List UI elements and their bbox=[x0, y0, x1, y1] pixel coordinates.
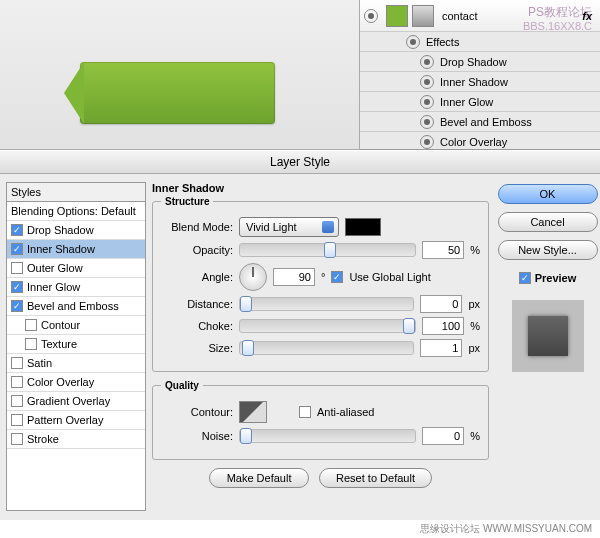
unit: ° bbox=[321, 271, 325, 283]
style-checkbox[interactable] bbox=[25, 338, 37, 350]
style-item[interactable]: Bevel and Emboss bbox=[7, 297, 145, 316]
global-light-checkbox[interactable] bbox=[331, 271, 343, 283]
size-input[interactable]: 1 bbox=[420, 339, 462, 357]
style-checkbox[interactable] bbox=[25, 319, 37, 331]
unit: px bbox=[468, 298, 480, 310]
structure-group: Structure Blend Mode: Vivid Light Opacit… bbox=[152, 196, 489, 372]
style-item[interactable]: Drop Shadow bbox=[7, 221, 145, 240]
style-checkbox[interactable] bbox=[11, 433, 23, 445]
visibility-eye-icon[interactable] bbox=[420, 75, 434, 89]
effect-name: Color Overlay bbox=[440, 136, 507, 148]
effects-header[interactable]: Effects bbox=[360, 32, 600, 52]
style-item[interactable]: Inner Shadow bbox=[7, 240, 145, 259]
visibility-eye-icon[interactable] bbox=[420, 55, 434, 69]
style-checkbox[interactable] bbox=[11, 414, 23, 426]
effect-row[interactable]: Inner Shadow bbox=[360, 72, 600, 92]
style-label: Drop Shadow bbox=[27, 224, 94, 236]
style-checkbox[interactable] bbox=[11, 262, 23, 274]
cancel-button[interactable]: Cancel bbox=[498, 212, 598, 232]
effect-row[interactable]: Inner Glow bbox=[360, 92, 600, 112]
distance-input[interactable]: 0 bbox=[420, 295, 462, 313]
style-checkbox[interactable] bbox=[11, 224, 23, 236]
watermark-text: PS教程论坛 bbox=[528, 4, 592, 21]
size-slider[interactable] bbox=[239, 341, 414, 355]
style-item[interactable]: Contour bbox=[7, 316, 145, 335]
make-default-button[interactable]: Make Default bbox=[209, 468, 309, 488]
style-checkbox[interactable] bbox=[11, 376, 23, 388]
preview-checkbox[interactable] bbox=[519, 272, 531, 284]
style-label: Inner Shadow bbox=[27, 243, 95, 255]
noise-slider[interactable] bbox=[239, 429, 416, 443]
footer-watermark: 思缘设计论坛 WWW.MISSYUAN.COM bbox=[0, 520, 600, 538]
watermark-text: BBS.16XX8.C bbox=[523, 20, 592, 32]
effect-name: Drop Shadow bbox=[440, 56, 507, 68]
style-item[interactable]: Texture bbox=[7, 335, 145, 354]
noise-label: Noise: bbox=[161, 430, 233, 442]
style-item[interactable]: Satin bbox=[7, 354, 145, 373]
style-checkbox[interactable] bbox=[11, 243, 23, 255]
effect-name: Bevel and Emboss bbox=[440, 116, 532, 128]
opacity-slider[interactable] bbox=[239, 243, 416, 257]
angle-dial[interactable] bbox=[239, 263, 267, 291]
opacity-input[interactable]: 50 bbox=[422, 241, 464, 259]
style-label: Stroke bbox=[27, 433, 59, 445]
choke-slider[interactable] bbox=[239, 319, 416, 333]
blend-mode-label: Blend Mode: bbox=[161, 221, 233, 233]
layer-thumbnail bbox=[386, 5, 408, 27]
global-light-label: Use Global Light bbox=[349, 271, 430, 283]
preview-label: Preview bbox=[535, 272, 577, 284]
layers-panel: contact fx Effects Drop ShadowInner Shad… bbox=[360, 0, 600, 150]
style-label: Outer Glow bbox=[27, 262, 83, 274]
effect-row[interactable]: Drop Shadow bbox=[360, 52, 600, 72]
settings-panel: Inner Shadow Structure Blend Mode: Vivid… bbox=[146, 174, 495, 519]
visibility-eye-icon[interactable] bbox=[406, 35, 420, 49]
size-label: Size: bbox=[161, 342, 233, 354]
quality-group: Quality Contour: Anti-aliased Noise: 0 % bbox=[152, 380, 489, 460]
distance-slider[interactable] bbox=[239, 297, 414, 311]
style-checkbox[interactable] bbox=[11, 281, 23, 293]
effect-name: Inner Shadow bbox=[440, 76, 508, 88]
blending-options-item[interactable]: Blending Options: Default bbox=[7, 202, 145, 221]
effect-row[interactable]: Color Overlay bbox=[360, 132, 600, 152]
styles-list: Styles Blending Options: Default Drop Sh… bbox=[6, 182, 146, 511]
angle-label: Angle: bbox=[161, 271, 233, 283]
style-item[interactable]: Stroke bbox=[7, 430, 145, 449]
reset-default-button[interactable]: Reset to Default bbox=[319, 468, 432, 488]
choke-input[interactable]: 100 bbox=[422, 317, 464, 335]
effects-label: Effects bbox=[426, 36, 459, 48]
canvas-area bbox=[0, 0, 360, 150]
style-label: Inner Glow bbox=[27, 281, 80, 293]
dialog-title: Layer Style bbox=[0, 151, 600, 174]
preview-swatch bbox=[512, 300, 584, 372]
style-checkbox[interactable] bbox=[11, 357, 23, 369]
green-arrow-shape bbox=[80, 62, 275, 124]
angle-input[interactable]: 90 bbox=[273, 268, 315, 286]
style-item[interactable]: Pattern Overlay bbox=[7, 411, 145, 430]
visibility-eye-icon[interactable] bbox=[420, 115, 434, 129]
visibility-eye-icon[interactable] bbox=[420, 135, 434, 149]
blend-mode-select[interactable]: Vivid Light bbox=[239, 217, 339, 237]
noise-input[interactable]: 0 bbox=[422, 427, 464, 445]
quality-legend: Quality bbox=[161, 380, 203, 391]
preview-inner bbox=[528, 316, 568, 356]
visibility-eye-icon[interactable] bbox=[420, 95, 434, 109]
anti-aliased-checkbox[interactable] bbox=[299, 406, 311, 418]
dialog-actions: OK Cancel New Style... Preview bbox=[495, 174, 600, 519]
effect-row[interactable]: Bevel and Emboss bbox=[360, 112, 600, 132]
contour-picker[interactable] bbox=[239, 401, 267, 423]
style-checkbox[interactable] bbox=[11, 300, 23, 312]
style-item[interactable]: Color Overlay bbox=[7, 373, 145, 392]
style-label: Gradient Overlay bbox=[27, 395, 110, 407]
color-swatch[interactable] bbox=[345, 218, 381, 236]
style-item[interactable]: Inner Glow bbox=[7, 278, 145, 297]
structure-legend: Structure bbox=[161, 196, 213, 207]
choke-label: Choke: bbox=[161, 320, 233, 332]
style-item[interactable]: Outer Glow bbox=[7, 259, 145, 278]
panel-title: Inner Shadow bbox=[152, 182, 489, 194]
style-item[interactable]: Gradient Overlay bbox=[7, 392, 145, 411]
visibility-eye-icon[interactable] bbox=[364, 9, 378, 23]
ok-button[interactable]: OK bbox=[498, 184, 598, 204]
styles-header[interactable]: Styles bbox=[7, 183, 145, 202]
style-checkbox[interactable] bbox=[11, 395, 23, 407]
new-style-button[interactable]: New Style... bbox=[498, 240, 598, 260]
